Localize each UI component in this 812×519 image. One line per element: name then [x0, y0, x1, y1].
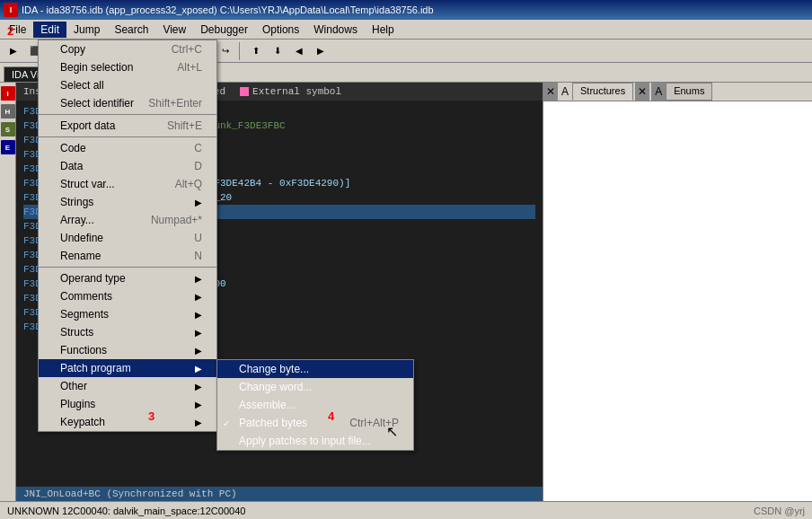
bottom-bar-text: JNI_OnLoad+BC (Synchronized with PC) [23, 488, 237, 499]
menu-sep-2 [39, 136, 216, 137]
menu-strings[interactable]: Strings ▶ [39, 193, 216, 211]
menu-segments[interactable]: Segments ▶ [39, 305, 216, 323]
menu-functions[interactable]: Functions ▶ [39, 341, 216, 359]
menu-plugins[interactable]: Plugins ▶ [39, 395, 216, 413]
title-text: IDA - ida38756.idb (app_process32_xposed… [22, 4, 434, 15]
status-bar: UNKNOWN 12C00040: dalvik_main_space:12C0… [0, 501, 812, 519]
badge-4: 4 [328, 409, 334, 423]
toolbar-btn-1[interactable]: ▶ [4, 42, 23, 60]
left-sidebar: I H S E [0, 83, 16, 501]
menu-comments[interactable]: Comments ▶ [39, 287, 216, 305]
sidebar-icon-3: S [1, 122, 15, 136]
menu-debugger[interactable]: Debugger [193, 22, 255, 38]
menu-patch-program[interactable]: Patch program ▶ Change byte... Change wo… [39, 359, 216, 377]
menu-search[interactable]: Search [107, 22, 155, 38]
badge-2: 2 [7, 24, 13, 38]
menu-jump[interactable]: Jump [66, 22, 107, 38]
menu-help[interactable]: Help [365, 22, 402, 38]
app-icon: I [4, 3, 18, 17]
toolbar-sep-3 [239, 42, 243, 60]
menu-windows[interactable]: Windows [306, 22, 365, 38]
panel-tabs: ✕ A Structures ✕ A Enums [543, 83, 812, 101]
menu-undefine[interactable]: Undefine U [39, 229, 216, 247]
menu-select-all[interactable]: Select all [39, 76, 216, 94]
code-bottom-bar: JNI_OnLoad+BC (Synchronized with PC) [16, 487, 543, 501]
menu-other[interactable]: Other ▶ [39, 377, 216, 395]
toolbar-btn-13[interactable]: ◀ [289, 42, 309, 60]
sidebar-icon-2: H [1, 104, 15, 119]
menu-view[interactable]: View [155, 22, 193, 38]
menu-copy[interactable]: Copy Ctrl+C [39, 40, 216, 58]
sidebar-icon-4: E [1, 140, 15, 154]
status-text: UNKNOWN 12C00040: dalvik_main_space:12C0… [7, 506, 245, 516]
menu-sep-1 [39, 114, 216, 115]
submenu-apply-patches[interactable]: Apply patches to input file... [217, 432, 413, 450]
panel-tab-enums[interactable]: Enums [666, 83, 712, 101]
sidebar-icon-1: I [1, 86, 15, 101]
panel-enums-btn[interactable]: A [651, 83, 666, 101]
menu-options[interactable]: Options [255, 22, 306, 38]
menu-export-data[interactable]: Export data Shift+E [39, 117, 216, 135]
menu-keypatch[interactable]: Keypatch ▶ [39, 413, 216, 431]
panel-content [543, 101, 812, 501]
menu-data[interactable]: Data D [39, 157, 216, 175]
badge-3: 3 [148, 409, 154, 423]
edit-dropdown: Copy Ctrl+C Begin selection Alt+L Select… [38, 40, 217, 432]
submenu-change-byte[interactable]: Change byte... [217, 360, 413, 378]
toolbar-btn-12[interactable]: ⬇ [268, 42, 287, 60]
menu-array[interactable]: Array... Numpad+* [39, 211, 216, 229]
toolbar-btn-11[interactable]: ⬆ [246, 42, 266, 60]
panel-tab-structures[interactable]: Structures [572, 83, 633, 101]
submenu-patched-bytes[interactable]: ✓ Patched bytes Ctrl+Alt+P [217, 414, 413, 432]
menu-select-identifier[interactable]: Select identifier Shift+Enter [39, 94, 216, 112]
status-right: CSDN @yrj [754, 506, 805, 516]
menu-rename[interactable]: Rename N [39, 247, 216, 265]
toolbar-btn-14[interactable]: ▶ [311, 42, 331, 60]
menu-code[interactable]: Code C [39, 139, 216, 157]
submenu-assemble[interactable]: Assemble... [217, 396, 413, 414]
menu-operand-type[interactable]: Operand type ▶ [39, 269, 216, 287]
title-bar: I IDA - ida38756.idb (app_process32_xpos… [0, 0, 812, 20]
menu-structs[interactable]: Structs ▶ [39, 323, 216, 341]
menu-begin-selection[interactable]: Begin selection Alt+L [39, 58, 216, 76]
menu-bar: File Edit Jump Search View Debugger Opti… [0, 20, 812, 40]
panel-close-btn[interactable]: ✕ [543, 83, 558, 101]
menu-sep-3 [39, 267, 216, 268]
legend-external: External symbol [240, 86, 341, 97]
right-panel: ✕ A Structures ✕ A Enums [543, 83, 812, 501]
menu-edit[interactable]: Edit [33, 22, 66, 38]
panel-pin-btn[interactable]: A [558, 83, 572, 101]
panel-close-btn-2[interactable]: ✕ [635, 83, 649, 101]
submenu-change-word[interactable]: Change word... [217, 378, 413, 396]
toolbar-btn-10[interactable]: ↪ [216, 42, 235, 60]
menu-struct-var[interactable]: Struct var... Alt+Q [39, 175, 216, 193]
patch-submenu: Change byte... Change word... Assemble..… [216, 359, 414, 451]
